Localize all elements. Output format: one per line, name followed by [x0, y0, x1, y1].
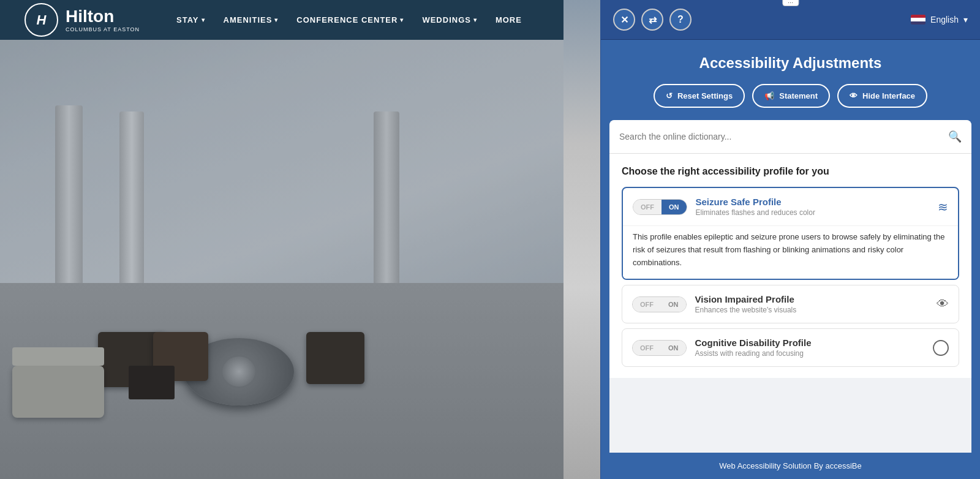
cognitive-profile-desc: Assists with reading and focusing [695, 349, 925, 358]
language-label: English [930, 15, 959, 25]
profile-section-heading: Choose the right accessibility profile f… [622, 166, 959, 177]
vision-toggle-on[interactable]: ON [661, 297, 686, 312]
seizure-toggle-off[interactable]: OFF [633, 200, 662, 214]
vision-profile-row: OFF ON Vision Impaired Profile Enhances … [622, 285, 959, 323]
seizure-expanded-text: This profile enables epileptic and seizu… [623, 226, 958, 279]
cognitive-profile-card: OFF ON Cognitive Disability Profile Assi… [622, 328, 959, 367]
cognitive-profile-name: Cognitive Disability Profile [695, 338, 925, 348]
scene-overlay [0, 0, 564, 479]
seizure-toggle[interactable]: OFF ON [633, 199, 687, 215]
widget-indicator: ... [782, 0, 799, 6]
search-area: 🔍 [609, 120, 971, 154]
help-button[interactable]: ? [669, 9, 692, 31]
nav-more[interactable]: MORE [496, 15, 522, 25]
profile-section: Choose the right accessibility profile f… [609, 154, 971, 378]
conference-chevron: ▾ [400, 17, 404, 23]
seizure-profile-info: Seizure Safe Profile Eliminates flashes … [696, 197, 930, 217]
hotel-name: Hilton [66, 8, 140, 25]
panel-controls: ✕ ⇄ ? [613, 9, 692, 31]
hotel-location: COLUMBUS AT EASTON [66, 26, 140, 32]
cognitive-toggle-on[interactable]: ON [661, 341, 686, 355]
vision-profile-info: Vision Impaired Profile Enhances the web… [695, 294, 929, 314]
hide-icon: 👁 [850, 91, 858, 100]
cognitive-profile-icon [933, 340, 949, 356]
hide-interface-button[interactable]: 👁 Hide Interface [837, 84, 927, 108]
nav-amenities[interactable]: AMENITIES ▾ [224, 15, 279, 25]
nav-stay[interactable]: STAY ▾ [176, 15, 205, 25]
action-buttons: ↺ Reset Settings 📢 Statement 👁 Hide Inte… [601, 84, 980, 120]
logo-text: Hilton COLUMBUS AT EASTON [66, 8, 140, 32]
close-button[interactable]: ✕ [613, 9, 635, 31]
statement-button[interactable]: 📢 Statement [752, 84, 830, 108]
vision-profile-desc: Enhances the website's visuals [695, 306, 929, 314]
lang-chevron: ▾ [963, 15, 968, 25]
vision-profile-name: Vision Impaired Profile [695, 294, 929, 304]
hilton-logo: H Hilton COLUMBUS AT EASTON [24, 3, 140, 37]
logo-letter: H [37, 12, 47, 28]
vision-toggle[interactable]: OFF ON [632, 296, 687, 312]
search-icon[interactable]: 🔍 [948, 130, 962, 143]
nav-weddings[interactable]: WEDDINGS ▾ [422, 15, 477, 25]
seizure-profile-row: OFF ON Seizure Safe Profile Eliminates f… [623, 188, 958, 226]
panel-content: 🔍 Choose the right accessibility profile… [609, 120, 971, 453]
main-nav: STAY ▾ AMENITIES ▾ CONFERENCE CENTER ▾ W… [176, 15, 522, 25]
vision-toggle-off[interactable]: OFF [633, 297, 661, 312]
cognitive-toggle-off[interactable]: OFF [633, 341, 661, 355]
vision-profile-icon: 👁 [937, 297, 949, 311]
panel-footer: Web Accessibility Solution By accessiBe [601, 453, 980, 479]
footer-text: Web Accessibility Solution By accessiBe [719, 461, 861, 470]
seizure-profile-name: Seizure Safe Profile [696, 197, 930, 207]
cognitive-profile-info: Cognitive Disability Profile Assists wit… [695, 338, 925, 358]
seizure-profile-icon: ≋ [938, 200, 948, 214]
panel-title: Accessibility Adjustments [619, 55, 962, 72]
seizure-toggle-on[interactable]: ON [662, 200, 687, 214]
reset-settings-button[interactable]: ↺ Reset Settings [654, 84, 745, 108]
seizure-profile-desc: Eliminates flashes and reduces color [696, 208, 930, 217]
dictionary-search-input[interactable] [619, 132, 948, 141]
cognitive-toggle[interactable]: OFF ON [632, 340, 687, 356]
panel-title-area: Accessibility Adjustments [601, 40, 980, 84]
stay-chevron: ▾ [202, 17, 205, 23]
reset-icon: ↺ [666, 91, 673, 100]
vision-profile-card: OFF ON Vision Impaired Profile Enhances … [622, 285, 959, 323]
arrows-button[interactable]: ⇄ [641, 9, 663, 31]
flag-icon [911, 15, 925, 25]
weddings-chevron: ▾ [473, 17, 477, 23]
nav-conference[interactable]: CONFERENCE CENTER ▾ [296, 15, 404, 25]
seizure-profile-card: OFF ON Seizure Safe Profile Eliminates f… [622, 187, 959, 280]
accessibility-panel: ... ✕ ⇄ ? English ▾ Accessibility Adjust… [600, 0, 980, 479]
cognitive-profile-row: OFF ON Cognitive Disability Profile Assi… [622, 329, 959, 366]
language-selector[interactable]: English ▾ [911, 15, 968, 25]
amenities-chevron: ▾ [274, 17, 278, 23]
statement-icon: 📢 [764, 91, 774, 100]
site-header: H Hilton COLUMBUS AT EASTON STAY ▾ AMENI… [0, 0, 564, 40]
logo-emblem: H [24, 3, 58, 37]
